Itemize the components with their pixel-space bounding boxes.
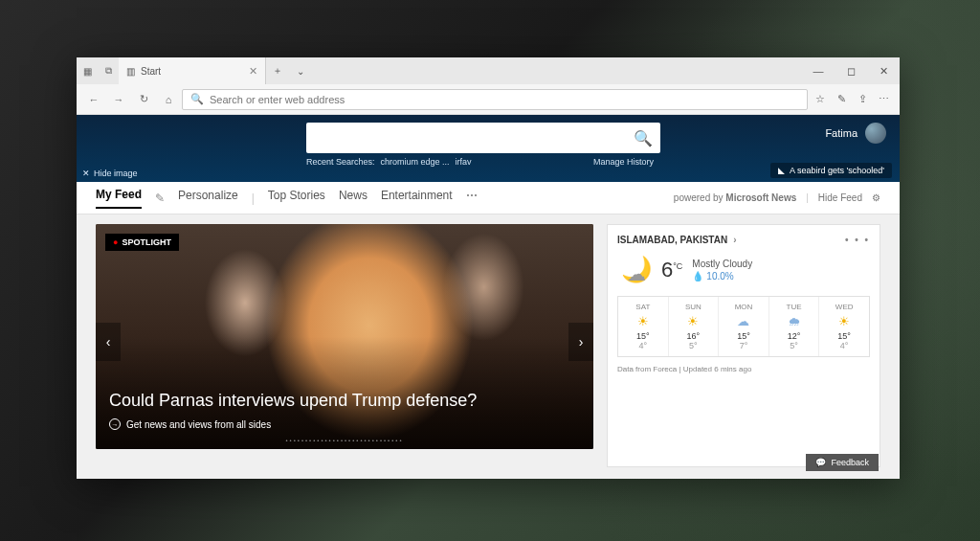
recent-search-link[interactable]: chromium edge ... bbox=[381, 157, 450, 167]
low-temp: 5° bbox=[671, 341, 717, 350]
forecast-day[interactable]: SAT☀15°4° bbox=[618, 297, 669, 356]
search-icon[interactable]: 🔍 bbox=[634, 129, 653, 147]
address-bar[interactable]: 🔍 Search or enter web address bbox=[182, 89, 808, 110]
powered-by-label: powered by Microsoft News bbox=[674, 192, 796, 203]
weather-footer: Data from Foreca | Updated 6 mins ago bbox=[617, 365, 870, 373]
hero-banner: 🔍 Recent Searches: chromium edge ... irf… bbox=[77, 115, 900, 182]
browser-window: ▦ ⧉ ▥ Start ✕ ＋ ⌄ — ◻ ✕ ← → ↻ ⌂ 🔍 Search… bbox=[77, 57, 900, 479]
tab-my-feed[interactable]: My Feed bbox=[96, 188, 142, 209]
spotlight-badge: ●SPOTLIGHT bbox=[105, 234, 179, 251]
home-button[interactable]: ⌂ bbox=[157, 94, 180, 105]
tab-menu-icon[interactable]: ⌄ bbox=[289, 66, 312, 77]
forecast-day[interactable]: WED☀15°4° bbox=[819, 297, 869, 356]
high-temp: 15° bbox=[821, 331, 867, 341]
feedback-button[interactable]: 💬 Feedback bbox=[806, 454, 879, 471]
reading-list-icon[interactable]: ✎ bbox=[831, 93, 852, 105]
weather-temp: 6°C bbox=[661, 258, 682, 282]
low-temp: 7° bbox=[721, 341, 767, 350]
chat-icon: 💬 bbox=[815, 458, 826, 467]
carousel-dots[interactable]: •••••••••••••••••••••••••••••• bbox=[285, 438, 403, 443]
chevron-right-icon: › bbox=[733, 235, 736, 245]
weather-precip: 💧 10.0% bbox=[692, 271, 752, 282]
forecast-icon: ☀ bbox=[671, 314, 717, 328]
forecast-day[interactable]: SUN☀16°5° bbox=[669, 297, 720, 356]
weather-current: 🌙☁ 6°C Mostly Cloudy 💧 10.0% bbox=[617, 245, 870, 296]
maximize-button[interactable]: ◻ bbox=[835, 65, 867, 78]
bing-icon: ◣ bbox=[778, 166, 785, 175]
day-name: SAT bbox=[620, 303, 666, 311]
address-placeholder: Search or enter web address bbox=[210, 94, 345, 105]
forecast-icon: ☀ bbox=[620, 314, 666, 328]
arrow-right-icon: → bbox=[109, 418, 121, 430]
tab-favicon-icon: ▥ bbox=[126, 66, 135, 77]
low-temp: 5° bbox=[771, 341, 817, 350]
forward-button[interactable]: → bbox=[107, 94, 130, 105]
high-temp: 15° bbox=[620, 331, 666, 341]
low-temp: 4° bbox=[821, 341, 867, 350]
more-button[interactable]: ⋯ bbox=[873, 93, 894, 105]
spotlight-subline[interactable]: → Get news and views from all sides bbox=[109, 418, 271, 430]
hide-image-button[interactable]: ✕ Hide image bbox=[82, 169, 138, 178]
user-name: Fatima bbox=[825, 127, 858, 139]
forecast-icon: 🌧 bbox=[771, 314, 817, 328]
recent-search-link[interactable]: irfav bbox=[456, 157, 472, 167]
high-temp: 15° bbox=[721, 331, 767, 341]
bing-image-caption[interactable]: ◣ A seabird gets 'schooled' bbox=[770, 163, 892, 178]
tab-personalize[interactable]: Personalize bbox=[178, 189, 238, 208]
weather-location[interactable]: ISLAMABAD, PAKISTAN bbox=[617, 235, 727, 245]
content-area: ●SPOTLIGHT ‹ › Could Parnas interviews u… bbox=[77, 214, 900, 479]
favorite-button[interactable]: ☆ bbox=[810, 93, 831, 105]
weather-more-icon[interactable]: • • • bbox=[845, 235, 870, 245]
close-tab-icon[interactable]: ✕ bbox=[249, 65, 257, 78]
minimize-button[interactable]: — bbox=[802, 65, 835, 78]
feed-nav: My Feed ✎ Personalize | Top Stories News… bbox=[77, 182, 900, 214]
back-button[interactable]: ← bbox=[82, 94, 105, 105]
tabs-aside-icon[interactable]: ▦ bbox=[77, 66, 98, 77]
new-tab-button[interactable]: ＋ bbox=[266, 64, 289, 78]
forecast-row: SAT☀15°4°SUN☀16°5°MON☁15°7°TUE🌧12°5°WED☀… bbox=[617, 296, 870, 357]
carousel-next-button[interactable]: › bbox=[568, 323, 593, 361]
high-temp: 12° bbox=[771, 331, 817, 341]
pencil-icon: ✎ bbox=[155, 192, 165, 205]
hero-search-input[interactable]: 🔍 bbox=[306, 123, 660, 153]
browser-tab[interactable]: ▥ Start ✕ bbox=[119, 57, 266, 84]
spotlight-card[interactable]: ●SPOTLIGHT ‹ › Could Parnas interviews u… bbox=[96, 224, 593, 449]
titlebar: ▦ ⧉ ▥ Start ✕ ＋ ⌄ — ◻ ✕ bbox=[77, 57, 900, 84]
search-icon: 🔍 bbox=[190, 93, 204, 105]
tab-entertainment[interactable]: Entertainment bbox=[381, 189, 453, 208]
share-button[interactable]: ⇪ bbox=[852, 93, 873, 105]
weather-card: ISLAMABAD, PAKISTAN › • • • 🌙☁ 6°C Mostl… bbox=[607, 224, 880, 467]
high-temp: 16° bbox=[671, 331, 717, 341]
tab-top-stories[interactable]: Top Stories bbox=[268, 189, 325, 208]
weather-icon: 🌙☁ bbox=[621, 255, 652, 284]
carousel-prev-button[interactable]: ‹ bbox=[96, 323, 121, 361]
forecast-day[interactable]: TUE🌧12°5° bbox=[769, 297, 820, 356]
close-icon: ✕ bbox=[82, 169, 90, 178]
tab-news[interactable]: News bbox=[339, 189, 368, 208]
forecast-icon: ☀ bbox=[821, 314, 867, 328]
hide-feed-link[interactable]: Hide Feed bbox=[818, 192, 862, 203]
low-temp: 4° bbox=[620, 341, 666, 350]
weather-condition: Mostly Cloudy bbox=[692, 259, 752, 269]
toolbar: ← → ↻ ⌂ 🔍 Search or enter web address ☆ … bbox=[77, 84, 900, 115]
droplet-icon: 💧 bbox=[692, 271, 703, 282]
avatar bbox=[865, 123, 886, 144]
spotlight-image bbox=[96, 224, 593, 449]
tabs-preview-icon[interactable]: ⧉ bbox=[98, 65, 119, 77]
close-window-button[interactable]: ✕ bbox=[867, 65, 900, 78]
forecast-icon: ☁ bbox=[721, 314, 767, 328]
day-name: SUN bbox=[671, 303, 717, 311]
tab-title: Start bbox=[141, 66, 161, 77]
refresh-button[interactable]: ↻ bbox=[132, 93, 155, 105]
user-account[interactable]: Fatima bbox=[825, 123, 886, 144]
day-name: WED bbox=[821, 303, 867, 311]
recent-searches: Recent Searches: chromium edge ... irfav bbox=[306, 157, 472, 167]
more-tabs-icon[interactable]: ⋯ bbox=[466, 189, 478, 208]
settings-icon[interactable]: ⚙ bbox=[872, 192, 880, 203]
forecast-day[interactable]: MON☁15°7° bbox=[719, 297, 769, 356]
day-name: TUE bbox=[771, 303, 817, 311]
day-name: MON bbox=[721, 303, 767, 311]
manage-history-link[interactable]: Manage History bbox=[593, 157, 654, 167]
spotlight-headline: Could Parnas interviews upend Trump defe… bbox=[109, 391, 477, 411]
